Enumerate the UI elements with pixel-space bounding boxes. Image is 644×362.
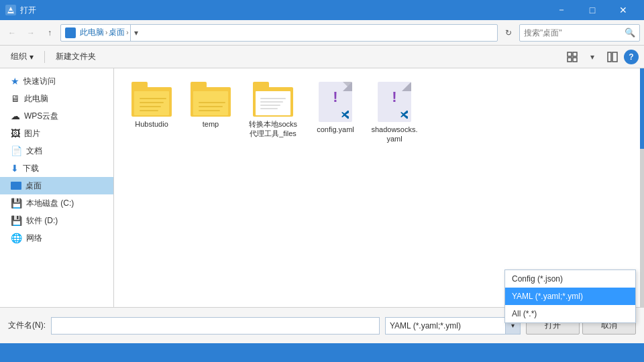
breadcrumb-sep-2: › <box>126 29 128 36</box>
status-bar <box>0 343 644 362</box>
file-name: 转换本地socks代理工具_files <box>246 119 301 139</box>
search-icon[interactable]: 🔍 <box>625 27 635 38</box>
pane-button[interactable] <box>604 49 621 65</box>
sidebar-item-downloads[interactable]: ⬇ 下载 <box>0 160 113 177</box>
sidebar: ★ 快速访问 🖥 此电脑 ☁ WPS云盘 🖼 图片 📄 文档 ⬇ 下载 <box>0 68 114 307</box>
list-item[interactable]: ! shadowsocks.yaml <box>368 79 421 147</box>
title-bar: 打开 － □ ✕ <box>0 0 644 20</box>
svg-rect-1 <box>9 11 13 12</box>
computer-icon: 🖥 <box>11 93 20 104</box>
search-input[interactable] <box>524 28 625 38</box>
svg-rect-4 <box>568 58 572 62</box>
sidebar-item-this-pc[interactable]: 🖥 此电脑 <box>0 90 113 107</box>
list-item[interactable]: 转换本地socks代理工具_files <box>243 79 303 147</box>
search-box: 🔍 <box>519 24 640 42</box>
dropdown-option-all[interactable]: All (*.*) <box>505 305 635 322</box>
sidebar-item-desktop[interactable]: 桌面 <box>0 177 113 194</box>
sidebar-item-wps-cloud[interactable]: ☁ WPS云盘 <box>0 107 113 125</box>
filetype-selector: YAML (*.yaml;*.yml) ▾ <box>385 317 521 335</box>
file-name: Hubstudio <box>135 119 168 129</box>
cloud-icon: ☁ <box>11 111 20 121</box>
new-folder-button[interactable]: 新建文件夹 <box>50 49 101 65</box>
svg-rect-6 <box>608 52 611 62</box>
filetype-display[interactable]: YAML (*.yaml;*.yml) <box>385 317 506 335</box>
dropdown-option-yaml[interactable]: YAML (*.yaml;*.yml) <box>505 288 635 305</box>
address-bar: ← → ↑ 此电脑 › 桌面 › ▾ ↻ 🔍 <box>0 20 644 46</box>
list-item[interactable]: temp <box>184 79 237 147</box>
svg-rect-2 <box>568 52 572 56</box>
svg-rect-7 <box>612 52 617 62</box>
sidebar-item-quick-access[interactable]: ★ 快速访问 <box>0 72 113 90</box>
svg-rect-3 <box>573 52 577 56</box>
toolbar-separator <box>44 51 45 63</box>
up-button[interactable]: ↑ <box>42 25 58 41</box>
documents-icon: 📄 <box>11 145 22 156</box>
app-icon <box>5 5 16 15</box>
list-item[interactable]: Hubstudio <box>125 79 178 147</box>
close-button[interactable]: ✕ <box>608 0 639 20</box>
yaml-file-icon: ! <box>378 82 411 122</box>
breadcrumb-desktop[interactable]: 桌面 <box>109 27 125 38</box>
view-dropdown-button[interactable]: ▾ <box>584 49 601 65</box>
sidebar-item-network[interactable]: 🌐 网络 <box>0 229 113 247</box>
breadcrumb-this-pc[interactable]: 此电脑 <box>80 27 104 38</box>
breadcrumb-sep-1: › <box>105 29 107 36</box>
back-button[interactable]: ← <box>4 25 20 41</box>
file-name: shadowsocks.yaml <box>370 125 419 144</box>
folder-icon <box>131 82 172 117</box>
organize-button[interactable]: 组织 ▾ <box>5 49 39 65</box>
file-name: temp <box>203 119 219 129</box>
dropdown-option-config[interactable]: Config (*.json) <box>505 270 635 288</box>
filename-label: 文件名(N): <box>8 320 46 331</box>
list-item[interactable]: ! config.yaml <box>309 79 362 147</box>
scrollbar-thumb[interactable] <box>640 68 644 149</box>
filetype-dropdown: Config (*.json) YAML (*.yaml;*.yml) All … <box>504 269 636 323</box>
sidebar-item-documents[interactable]: 📄 文档 <box>0 142 113 160</box>
breadcrumb-dropdown[interactable]: ▾ <box>130 25 142 41</box>
sidebar-item-software-disk[interactable]: 💾 软件 (D:) <box>0 212 113 229</box>
breadcrumb: 此电脑 › 桌面 › ▾ <box>60 24 498 42</box>
star-icon: ★ <box>11 76 19 86</box>
software-disk-icon: 💾 <box>11 215 22 226</box>
filename-input[interactable] <box>51 317 380 335</box>
sidebar-item-local-disk[interactable]: 💾 本地磁盘 (C:) <box>0 194 113 212</box>
window-controls: － □ ✕ <box>546 0 639 20</box>
folder-icon <box>253 82 293 117</box>
right-scrollbar[interactable] <box>640 68 644 307</box>
folder-icon <box>191 82 231 117</box>
network-icon: 🌐 <box>11 233 22 243</box>
minimize-button[interactable]: － <box>546 0 577 20</box>
window-title: 打开 <box>20 5 546 16</box>
refresh-button[interactable]: ↻ <box>500 25 517 41</box>
yaml-file-icon: ! <box>319 82 352 122</box>
downloads-icon: ⬇ <box>11 163 19 174</box>
desktop-icon <box>11 182 21 190</box>
file-name: config.yaml <box>317 125 354 134</box>
help-button[interactable]: ? <box>624 50 639 64</box>
view-options-button[interactable] <box>564 49 581 65</box>
maximize-button[interactable]: □ <box>577 0 608 20</box>
svg-rect-5 <box>573 58 577 62</box>
local-disk-icon: 💾 <box>11 198 22 208</box>
forward-button[interactable]: → <box>23 25 39 41</box>
toolbar-right: ▾ ? <box>564 49 639 65</box>
toolbar: 组织 ▾ 新建文件夹 ▾ ? <box>0 46 644 68</box>
sidebar-item-pictures[interactable]: 🖼 图片 <box>0 125 113 142</box>
pictures-icon: 🖼 <box>11 128 20 139</box>
svg-marker-0 <box>7 7 14 13</box>
